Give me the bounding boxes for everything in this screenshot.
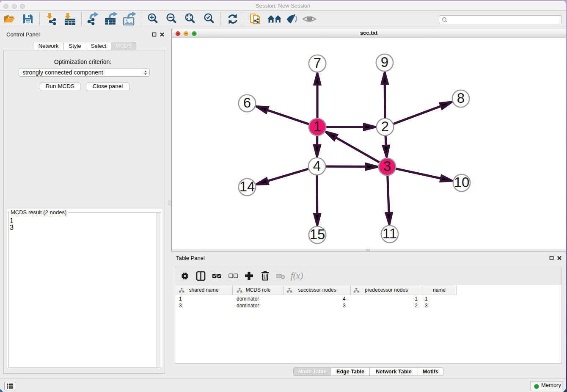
svg-text:9: 9 — [381, 54, 388, 70]
svg-text:8: 8 — [457, 90, 465, 106]
svg-text:7: 7 — [314, 55, 321, 71]
svg-text:3: 3 — [383, 158, 391, 174]
svg-text:11: 11 — [383, 226, 397, 241]
svg-text:4: 4 — [313, 158, 321, 174]
svg-text:1: 1 — [314, 119, 321, 134]
svg-text:10: 10 — [454, 174, 470, 190]
svg-text:14: 14 — [239, 179, 255, 194]
svg-text:6: 6 — [243, 95, 251, 110]
svg-text:2: 2 — [381, 119, 389, 134]
svg-text:15: 15 — [310, 226, 325, 242]
